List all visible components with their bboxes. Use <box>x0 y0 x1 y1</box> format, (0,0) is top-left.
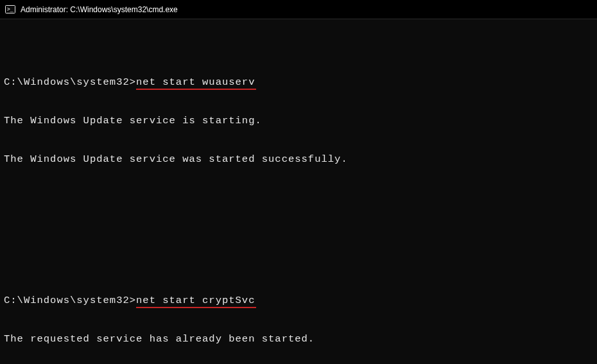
prompt-line: C:\Windows\system32>net start cryptSvc <box>4 294 593 307</box>
prompt-line: C:\Windows\system32>net start wuauserv <box>4 76 593 89</box>
command-text: net start wuauserv <box>136 76 255 89</box>
command-text: net start cryptSvc <box>136 294 255 307</box>
output-line: The Windows Update service was started s… <box>4 153 593 166</box>
svg-text:>_: >_ <box>7 6 13 12</box>
cmd-icon: >_ <box>5 4 15 15</box>
prompt: C:\Windows\system32> <box>4 294 136 307</box>
output-line: The Windows Update service is starting. <box>4 114 593 127</box>
cmd-window: >_ Administrator: C:\Windows\system32\cm… <box>0 0 597 364</box>
prompt: C:\Windows\system32> <box>4 76 136 89</box>
titlebar[interactable]: >_ Administrator: C:\Windows\system32\cm… <box>0 0 597 19</box>
blank-line <box>4 191 593 204</box>
window-title: Administrator: C:\Windows\system32\cmd.e… <box>21 5 178 14</box>
output-line: The requested service has already been s… <box>4 333 593 345</box>
red-underline-annotation <box>136 307 256 308</box>
blank-line <box>4 230 593 243</box>
red-underline-annotation <box>136 89 256 90</box>
terminal-output[interactable]: C:\Windows\system32>net start wuauserv T… <box>0 19 597 364</box>
